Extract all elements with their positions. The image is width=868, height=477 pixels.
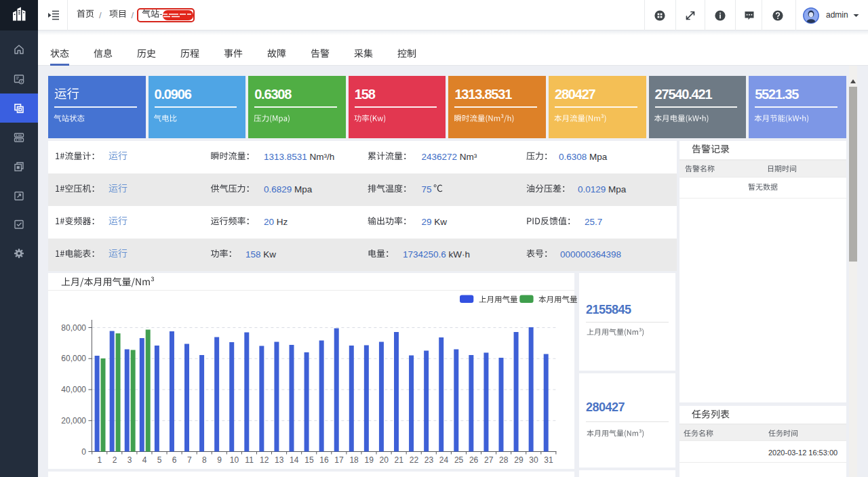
svg-text:80,000: 80,000 (61, 323, 86, 333)
svg-text:21: 21 (395, 455, 404, 465)
svg-text:18: 18 (349, 455, 359, 465)
svg-text:60,000: 60,000 (61, 354, 86, 363)
svg-text:29: 29 (514, 455, 524, 465)
svg-text:25: 25 (454, 455, 464, 465)
svg-text:16: 16 (319, 455, 329, 465)
svg-text:0: 0 (81, 447, 86, 457)
svg-text:31: 31 (544, 455, 553, 465)
svg-text:40,000: 40,000 (61, 385, 86, 394)
svg-text:23: 23 (425, 455, 434, 465)
svg-text:12: 12 (260, 455, 269, 465)
svg-text:10: 10 (230, 455, 239, 465)
svg-text:20: 20 (380, 455, 389, 465)
svg-text:14: 14 (290, 455, 299, 465)
svg-text:7: 7 (187, 455, 192, 465)
svg-text:17: 17 (334, 455, 344, 465)
svg-text:20,000: 20,000 (61, 416, 86, 426)
svg-text:4: 4 (142, 455, 147, 465)
svg-text:3: 3 (127, 455, 132, 465)
svg-text:2: 2 (113, 455, 117, 465)
svg-text:27: 27 (484, 455, 494, 465)
svg-text:6: 6 (172, 455, 177, 465)
svg-text:15: 15 (304, 455, 314, 465)
svg-text:8: 8 (202, 455, 207, 465)
svg-text:26: 26 (469, 455, 479, 465)
svg-text:5: 5 (157, 455, 162, 465)
svg-text:13: 13 (275, 455, 284, 465)
svg-text:24: 24 (439, 455, 449, 465)
svg-text:19: 19 (365, 455, 374, 465)
svg-text:30: 30 (529, 455, 538, 465)
svg-text:1: 1 (98, 455, 102, 465)
svg-text:28: 28 (499, 455, 509, 465)
svg-text:22: 22 (410, 455, 419, 465)
svg-text:9: 9 (217, 455, 222, 465)
svg-text:11: 11 (245, 455, 254, 465)
